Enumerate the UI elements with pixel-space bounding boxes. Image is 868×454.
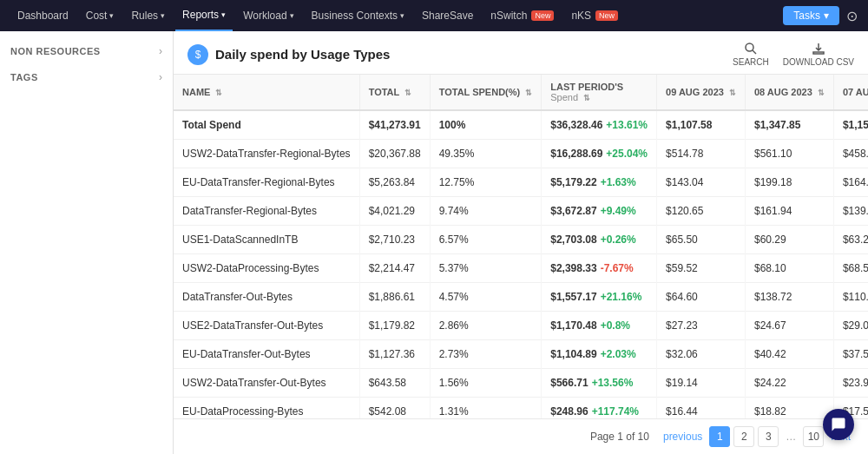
cell-total: $2,710.23 [359, 226, 430, 254]
cell-07aug: $110.32 [833, 283, 868, 312]
nav-workload[interactable]: Workload ▾ [236, 0, 300, 31]
tasks-button[interactable]: Tasks ▾ [783, 6, 839, 25]
cell-pct: 12.75% [430, 168, 542, 197]
cell-last-period: $36,328.46 +13.61% [542, 110, 657, 140]
nav-business-contexts[interactable]: Business Contexts ▾ [305, 0, 411, 31]
page-button-2[interactable]: 2 [733, 426, 754, 447]
cell-name: EU-DataTransfer-Out-Bytes [174, 340, 359, 369]
nav-rules[interactable]: Rules ▾ [124, 0, 172, 31]
cell-08aug: $68.10 [745, 254, 833, 283]
chevron-icon: ▾ [290, 11, 294, 20]
table-row: DataTransfer-Out-Bytes $1,886.61 4.57% $… [174, 283, 868, 312]
table-row: EU-DataTransfer-Out-Bytes $1,127.36 2.73… [174, 340, 868, 369]
page-button-3[interactable]: 3 [758, 426, 779, 447]
cell-name: DataTransfer-Out-Bytes [174, 283, 359, 312]
cell-last-period: $566.71 +13.56% [542, 369, 657, 398]
cell-total: $643.58 [359, 369, 430, 398]
cell-name: USW2-DataTransfer-Out-Bytes [174, 369, 359, 398]
cell-total: $5,263.84 [359, 168, 430, 197]
chevron-icon: ▾ [400, 11, 404, 20]
cell-09aug: $143.04 [657, 168, 746, 197]
cell-09aug: $1,107.58 [657, 110, 746, 140]
cell-last-period: $1,104.89 +2.03% [542, 340, 657, 369]
cell-08aug: $24.22 [745, 369, 833, 398]
data-table: NAME ⇅ TOTAL ⇅ TOTAL SPEND(%) ⇅ LAST PER… [174, 75, 868, 418]
sort-icon: ⇅ [215, 89, 222, 97]
table-header-row: NAME ⇅ TOTAL ⇅ TOTAL SPEND(%) ⇅ LAST PER… [174, 75, 868, 110]
cell-07aug: $29.03 [833, 312, 868, 340]
new-badge: New [595, 10, 618, 21]
search-button[interactable]: SEARCH [733, 42, 769, 67]
sidebar-section-non-resources[interactable]: NON RESOURCES › [0, 38, 173, 64]
cell-09aug: $59.52 [657, 254, 746, 283]
col-08aug[interactable]: 08 AUG 2023 ⇅ [745, 75, 833, 110]
table-header-bar: $ Daily spend by Usage Types SEARCH DOWN… [174, 31, 868, 75]
cell-last-period: $5,179.22 +1.63% [542, 168, 657, 197]
nav-sharesave[interactable]: ShareSave [415, 0, 480, 31]
new-badge: New [531, 10, 554, 21]
download-icon [812, 42, 825, 56]
cell-last-period: $248.96 +117.74% [542, 398, 657, 419]
col-last-period[interactable]: LAST PERIOD'S Spend ⇅ [542, 75, 657, 110]
nav-nks[interactable]: nKS New [564, 0, 625, 31]
cell-pct: 1.56% [430, 369, 542, 398]
nav-reports[interactable]: Reports ▾ [175, 0, 233, 31]
user-menu-icon[interactable]: ⊙ [846, 8, 858, 24]
cell-08aug: $1,347.85 [745, 110, 833, 140]
table-title-wrap: $ Daily spend by Usage Types [187, 44, 390, 65]
cell-09aug: $65.50 [657, 226, 746, 254]
cell-name: EU-DataProcessing-Bytes [174, 398, 359, 419]
cell-08aug: $199.18 [745, 168, 833, 197]
cell-09aug: $19.14 [657, 369, 746, 398]
download-label: DOWNLOAD CSV [783, 57, 854, 67]
sidebar-section-tags[interactable]: TAGS › [0, 64, 173, 90]
cell-08aug: $24.67 [745, 312, 833, 340]
col-total[interactable]: TOTAL ⇅ [359, 75, 430, 110]
nav-dashboard[interactable]: Dashboard [10, 0, 76, 31]
cell-07aug: $63.24 [833, 226, 868, 254]
cell-08aug: $161.94 [745, 197, 833, 226]
nav-right: Tasks ▾ ⊙ [783, 6, 858, 25]
cell-name: Total Spend [174, 110, 359, 140]
sort-icon: ⇅ [818, 89, 825, 97]
sidebar: NON RESOURCES › TAGS › [0, 31, 174, 454]
cell-09aug: $27.23 [657, 312, 746, 340]
cell-pct: 2.73% [430, 340, 542, 369]
col-total-pct[interactable]: TOTAL SPEND(%) ⇅ [430, 75, 542, 110]
cell-last-period: $16,288.69 +25.04% [542, 140, 657, 168]
cell-name: USE2-DataTransfer-Out-Bytes [174, 312, 359, 340]
sort-icon: ⇅ [729, 89, 736, 97]
cell-pct: 9.74% [430, 197, 542, 226]
cell-pct: 100% [430, 110, 542, 140]
chat-bubble[interactable] [823, 409, 854, 440]
data-table-wrap: NAME ⇅ TOTAL ⇅ TOTAL SPEND(%) ⇅ LAST PER… [174, 75, 868, 418]
sort-icon: ⇅ [525, 89, 532, 97]
cell-pct: 2.86% [430, 312, 542, 340]
cell-07aug: $458.02 [833, 140, 868, 168]
cell-07aug: $1,158.73 [833, 110, 868, 140]
svg-line-1 [753, 50, 756, 54]
page-button-1[interactable]: 1 [709, 426, 730, 447]
col-name[interactable]: NAME ⇅ [174, 75, 359, 110]
col-07aug[interactable]: 07 AUG 2023 ⇅ [833, 75, 868, 110]
cell-name: USW2-DataProcessing-Bytes [174, 254, 359, 283]
cell-last-period: $1,170.48 +0.8% [542, 312, 657, 340]
download-csv-button[interactable]: DOWNLOAD CSV [783, 42, 854, 67]
page-button-10[interactable]: 10 [803, 426, 824, 447]
tasks-label: Tasks [793, 10, 820, 22]
previous-button[interactable]: previous [660, 431, 706, 443]
cell-total: $1,127.36 [359, 340, 430, 369]
cell-07aug: $68.51 [833, 254, 868, 283]
cell-09aug: $514.78 [657, 140, 746, 168]
col-09aug[interactable]: 09 AUG 2023 ⇅ [657, 75, 746, 110]
top-nav: Dashboard Cost ▾ Rules ▾ Reports ▾ Workl… [0, 0, 868, 31]
table-row: EU-DataTransfer-Regional-Bytes $5,263.84… [174, 168, 868, 197]
chevron-icon: ▾ [221, 10, 226, 19]
cell-name: EU-DataTransfer-Regional-Bytes [174, 168, 359, 197]
cell-07aug: $23.92 [833, 369, 868, 398]
nav-nswitch[interactable]: nSwitch New [483, 0, 561, 31]
sidebar-label: NON RESOURCES [10, 46, 101, 56]
cell-total: $1,179.82 [359, 312, 430, 340]
chevron-right-icon: › [159, 71, 162, 83]
nav-cost[interactable]: Cost ▾ [79, 0, 122, 31]
